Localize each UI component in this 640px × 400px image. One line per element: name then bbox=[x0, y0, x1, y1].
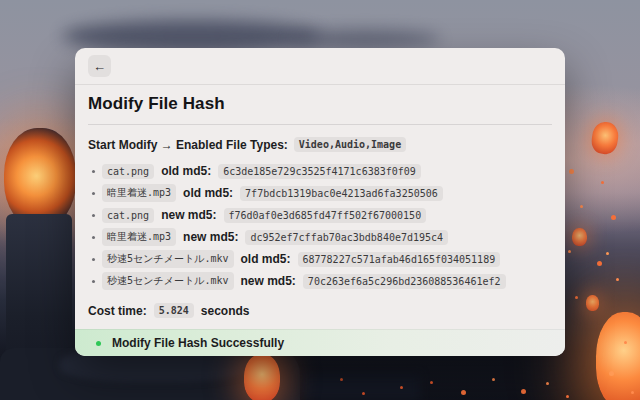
result-content: Start Modify → Enabled File Types: Video… bbox=[75, 125, 565, 318]
sky-lantern bbox=[586, 295, 599, 311]
back-arrow-icon: ← bbox=[93, 60, 106, 73]
hash-row: 暗里着迷.mp3 old md5: 7f7bdcb1319bac0e4213ad… bbox=[88, 182, 552, 204]
modify-file-hash-window: ← Modify File Hash Start Modify → Enable… bbox=[75, 48, 565, 356]
title-area: Modify File Hash bbox=[75, 85, 565, 124]
sky-lantern bbox=[596, 312, 640, 400]
status-line: Start Modify → Enabled File Types: Video… bbox=[88, 137, 552, 152]
bullet-icon bbox=[92, 280, 95, 283]
md5-hash-badge: 7f7bdcb1319bac0e4213ad6fa3250506 bbox=[240, 186, 443, 201]
hash-row: 秒速5センチメートル.mkv old md5: 68778227c571afab… bbox=[88, 248, 552, 270]
cost-time-unit: seconds bbox=[201, 304, 250, 318]
md5-label: new md5: bbox=[183, 230, 238, 244]
bullet-icon bbox=[92, 236, 95, 239]
md5-label: new md5: bbox=[161, 208, 216, 222]
cloud-shape bbox=[290, 30, 440, 48]
md5-label: old md5: bbox=[161, 164, 211, 178]
hash-row: 暗里着迷.mp3 new md5: dc952ef7cffab70ac3bdb8… bbox=[88, 226, 552, 248]
md5-hash-badge: 68778227c571afab46d165f034051189 bbox=[298, 252, 501, 267]
file-name-badge: cat.png bbox=[102, 208, 154, 223]
bullet-icon bbox=[92, 214, 95, 217]
cost-time-line: Cost time: 5.824 seconds bbox=[88, 303, 552, 318]
enabled-types-badge: Video,Audio,Image bbox=[294, 137, 406, 152]
hash-row: cat.png new md5: f76d0af0e3d685fd47ff502… bbox=[88, 204, 552, 226]
file-name-badge: 秒速5センチメートル.mkv bbox=[102, 272, 234, 290]
status-label: Start Modify → Enabled File Types: bbox=[88, 138, 288, 152]
sky-lantern bbox=[590, 120, 620, 155]
hash-row: cat.png old md5: 6c3de185e729c3525f4171c… bbox=[88, 160, 552, 182]
bullet-icon bbox=[92, 170, 95, 173]
file-name-badge: cat.png bbox=[102, 164, 154, 179]
md5-hash-badge: dc952ef7cffab70ac3bdb840e7d195c4 bbox=[245, 230, 448, 245]
md5-label: old md5: bbox=[183, 186, 233, 200]
success-banner: Modify File Hash Successfully bbox=[75, 329, 565, 356]
md5-label: new md5: bbox=[241, 274, 296, 288]
panel-header: ← bbox=[75, 48, 565, 85]
foreground-silhouette bbox=[300, 374, 420, 400]
cost-time-value-badge: 5.824 bbox=[154, 303, 194, 318]
cost-time-label: Cost time: bbox=[88, 304, 147, 318]
md5-hash-badge: f76d0af0e3d685fd47ff502f67000150 bbox=[224, 208, 427, 223]
file-name-badge: 秒速5センチメートル.mkv bbox=[102, 250, 234, 268]
file-name-badge: 暗里着迷.mp3 bbox=[102, 228, 176, 246]
bullet-icon bbox=[92, 192, 95, 195]
md5-label: old md5: bbox=[241, 252, 291, 266]
lantern-dots bbox=[0, 0, 3, 3]
back-button[interactable]: ← bbox=[88, 55, 111, 77]
md5-hash-badge: 70c263ef6a5c296bd236088536461ef2 bbox=[303, 274, 506, 289]
sky-lantern bbox=[572, 228, 587, 246]
page-title: Modify File Hash bbox=[88, 94, 552, 114]
hash-list: cat.png old md5: 6c3de185e729c3525f4171c… bbox=[88, 160, 552, 292]
success-message: Modify File Hash Successfully bbox=[112, 336, 284, 350]
bullet-icon bbox=[92, 258, 95, 261]
street-lantern bbox=[4, 128, 76, 228]
hash-row: 秒速5センチメートル.mkv new md5: 70c263ef6a5c296b… bbox=[88, 270, 552, 292]
sky-lantern bbox=[244, 354, 280, 400]
status-dot-icon bbox=[96, 341, 101, 346]
md5-hash-badge: 6c3de185e729c3525f4171c6383f0f09 bbox=[218, 164, 421, 179]
file-name-badge: 暗里着迷.mp3 bbox=[102, 184, 176, 202]
